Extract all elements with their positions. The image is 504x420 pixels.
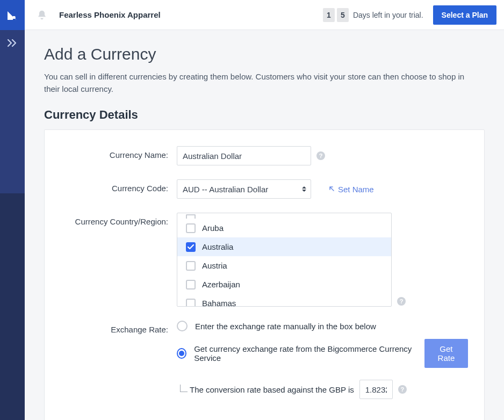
trial-digit-2: 5 xyxy=(337,8,349,22)
country-label: Azerbaijan xyxy=(202,280,240,289)
checkbox-bahamas[interactable] xyxy=(186,299,196,307)
currency-name-input[interactable] xyxy=(177,146,311,165)
checkbox-australia[interactable] xyxy=(186,242,196,252)
topbar: Fearless Phoenix Apparrel 1 5 Days left … xyxy=(25,0,504,30)
row-currency-name: Currency Name: ? xyxy=(61,146,468,165)
help-icon[interactable]: ? xyxy=(398,385,407,394)
trial-days-text: Days left in your trial. xyxy=(353,11,423,19)
bell-icon[interactable] xyxy=(34,8,49,23)
set-name-text: Set Name xyxy=(338,185,374,194)
select-caret-icon xyxy=(302,186,306,192)
conversion-row: The conversion rate based against the GB… xyxy=(180,380,468,399)
trial-digit-1: 1 xyxy=(323,8,335,22)
country-item-austria[interactable]: Austria xyxy=(177,256,391,275)
radio-service[interactable] xyxy=(177,348,186,359)
country-label: Aruba xyxy=(202,223,224,233)
country-item-aruba[interactable]: Aruba xyxy=(177,219,391,237)
country-list[interactable]: Aruba Australia Au xyxy=(177,213,392,307)
check-icon xyxy=(188,244,194,250)
country-item-azerbaijan[interactable]: Azerbaijan xyxy=(177,275,391,294)
country-region-label: Currency Country/Region: xyxy=(61,213,177,226)
currency-details-card: Currency Name: ? Currency Code: AUD -- A… xyxy=(44,129,485,420)
radio-manual-label: Enter the exchange rate manually in the … xyxy=(195,322,376,331)
set-name-link[interactable]: Set Name xyxy=(328,185,374,194)
expand-sidebar-icon[interactable] xyxy=(7,38,18,48)
radio-service-label: Get currency exchange rate from the Bigc… xyxy=(194,344,413,363)
conversion-rate-input[interactable] xyxy=(359,380,393,399)
help-icon[interactable]: ? xyxy=(316,151,325,160)
get-rate-button[interactable]: Get Rate xyxy=(424,339,468,368)
currency-code-label: Currency Code: xyxy=(61,179,177,193)
row-country-region: Currency Country/Region: Aruba xyxy=(61,213,468,307)
radio-row-manual[interactable]: Enter the exchange rate manually in the … xyxy=(177,321,468,331)
page-title: Add a Currency xyxy=(44,45,485,63)
checkbox-azerbaijan[interactable] xyxy=(186,280,196,289)
trial-block: 1 5 Days left in your trial. Select a Pl… xyxy=(323,5,496,25)
help-icon[interactable]: ? xyxy=(397,297,406,306)
content: Add a Currency You can sell in different… xyxy=(25,30,504,420)
country-item-partial-top xyxy=(177,213,391,219)
logo[interactable] xyxy=(0,0,25,30)
checkbox-austria[interactable] xyxy=(186,261,196,271)
radio-row-service[interactable]: Get currency exchange rate from the Bigc… xyxy=(177,339,468,368)
select-plan-button[interactable]: Select a Plan xyxy=(433,5,496,25)
trial-days-counter: 1 5 xyxy=(323,8,349,22)
country-label: Austria xyxy=(202,261,227,270)
currency-code-select[interactable]: AUD -- Australian Dollar xyxy=(177,179,311,199)
country-item-australia[interactable]: Australia xyxy=(177,237,391,256)
checkbox-aruba[interactable] xyxy=(186,223,196,233)
section-title: Currency Details xyxy=(44,108,485,122)
currency-name-label: Currency Name: xyxy=(61,146,177,160)
logo-icon xyxy=(6,9,18,21)
exchange-rate-label: Exchange Rate: xyxy=(61,321,177,334)
row-currency-code: Currency Code: AUD -- Australian Dollar xyxy=(61,179,468,199)
sidebar-top xyxy=(0,0,25,193)
country-item-bahamas[interactable]: Bahamas xyxy=(177,294,391,307)
page-description: You can sell in different currencies by … xyxy=(44,71,474,95)
store-name: Fearless Phoenix Apparrel xyxy=(59,10,161,19)
arrow-up-left-icon xyxy=(328,185,336,193)
country-label: Australia xyxy=(202,242,233,251)
indent-line-icon xyxy=(180,385,188,392)
radio-manual[interactable] xyxy=(177,321,188,331)
country-label: Bahamas xyxy=(202,299,236,307)
main: Fearless Phoenix Apparrel 1 5 Days left … xyxy=(25,0,504,420)
conversion-text: The conversion rate based against the GB… xyxy=(190,385,354,394)
sidebar xyxy=(0,0,25,420)
row-exchange-rate: Exchange Rate: Enter the exchange rate m… xyxy=(61,321,468,399)
currency-code-selected: AUD -- Australian Dollar xyxy=(183,185,268,194)
app-root: Fearless Phoenix Apparrel 1 5 Days left … xyxy=(0,0,504,420)
